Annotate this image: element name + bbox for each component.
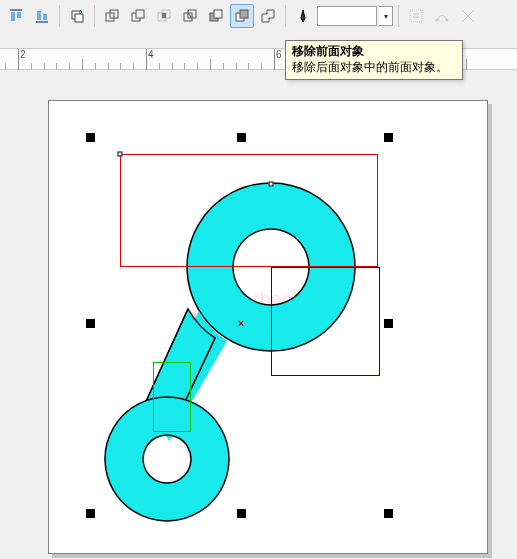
svg-rect-19: [214, 10, 222, 18]
selection-handle-w[interactable]: [86, 319, 95, 328]
order-icon[interactable]: [65, 4, 89, 28]
tooltip-title: 移除前面对象: [292, 44, 456, 60]
svg-rect-2: [17, 12, 21, 18]
rect-red[interactable]: [120, 154, 378, 267]
align-top-icon[interactable]: [4, 4, 28, 28]
boundary-icon[interactable]: [256, 4, 280, 28]
selection-handle-s[interactable]: [237, 509, 246, 518]
svg-rect-14: [162, 13, 166, 18]
svg-rect-4: [37, 11, 41, 20]
rect-blue[interactable]: [271, 267, 380, 376]
weld-icon[interactable]: [100, 4, 124, 28]
selection-handle-n[interactable]: [237, 133, 246, 142]
trim-icon[interactable]: [126, 4, 150, 28]
page[interactable]: J eyearbook.cn ×: [48, 100, 488, 554]
ruler-number: 2: [20, 49, 26, 60]
outline-width-dropdown[interactable]: [379, 6, 393, 26]
tooltip: 移除前面对象 移除后面对象中的前面对象。: [285, 40, 463, 80]
ruler-number: 6: [276, 49, 282, 60]
separator: [398, 5, 399, 27]
rect-green[interactable]: [153, 362, 191, 432]
ruler-number: 4: [148, 49, 154, 60]
svg-rect-11: [136, 10, 144, 18]
separator: [94, 5, 95, 27]
selection-handle-nw[interactable]: [86, 133, 95, 142]
wrap-text-icon: [404, 4, 428, 28]
selection-handle-sw[interactable]: [86, 509, 95, 518]
node[interactable]: [269, 182, 274, 187]
node[interactable]: [118, 152, 123, 157]
svg-rect-21: [240, 10, 248, 18]
svg-line-17: [188, 13, 192, 18]
tooltip-description: 移除后面对象中的前面对象。: [292, 60, 456, 76]
svg-rect-1: [11, 12, 15, 21]
selection-handle-ne[interactable]: [384, 133, 393, 142]
svg-rect-5: [43, 14, 47, 20]
pen-outline-icon[interactable]: [291, 4, 315, 28]
workspace[interactable]: J eyearbook.cn ×: [0, 70, 517, 559]
front-minus-back-icon[interactable]: [204, 4, 228, 28]
property-bar: [0, 0, 517, 32]
svg-point-23: [436, 19, 439, 22]
close-path-icon: [456, 4, 480, 28]
center-marker: ×: [238, 317, 244, 329]
convert-curves-icon: [430, 4, 454, 28]
outline-width-input[interactable]: [317, 6, 377, 26]
intersect-icon[interactable]: [152, 4, 176, 28]
simplify-icon[interactable]: [178, 4, 202, 28]
svg-rect-7: [75, 14, 83, 22]
align-bottom-icon[interactable]: [30, 4, 54, 28]
separator: [59, 5, 60, 27]
separator: [285, 5, 286, 27]
svg-rect-22: [410, 10, 422, 22]
back-minus-front-icon[interactable]: [230, 4, 254, 28]
selection-handle-se[interactable]: [384, 509, 393, 518]
svg-point-24: [446, 19, 449, 22]
selection-handle-e[interactable]: [384, 319, 393, 328]
